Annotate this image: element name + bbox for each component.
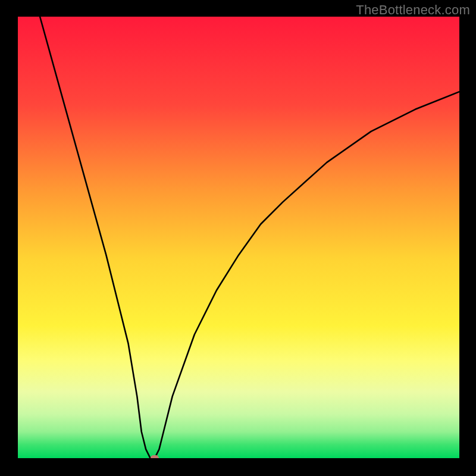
chart-frame: TheBottleneck.com xyxy=(0,0,476,476)
watermark-text: TheBottleneck.com xyxy=(356,2,470,18)
plot-area xyxy=(18,17,459,458)
highlight-marker xyxy=(151,455,159,458)
curve-line xyxy=(18,17,459,458)
